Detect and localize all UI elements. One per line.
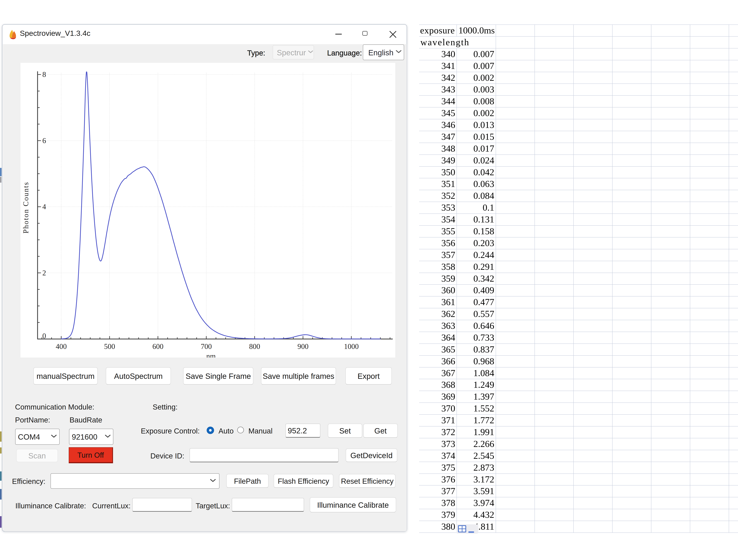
svg-text:Photon Counts: Photon Counts	[22, 182, 30, 234]
svg-text:0: 0	[42, 332, 46, 340]
svg-text:6: 6	[42, 136, 46, 145]
svg-text:500: 500	[104, 342, 115, 350]
svg-text:nm: nm	[207, 352, 216, 357]
svg-text:2: 2	[42, 269, 46, 277]
svg-text:400: 400	[56, 342, 67, 350]
svg-text:800: 800	[249, 342, 260, 350]
svg-text:700: 700	[201, 342, 212, 350]
svg-text:900: 900	[298, 342, 309, 350]
svg-text:1000: 1000	[344, 342, 359, 350]
svg-text:8: 8	[42, 70, 46, 78]
svg-text:600: 600	[152, 342, 163, 350]
svg-text:4: 4	[42, 203, 46, 211]
